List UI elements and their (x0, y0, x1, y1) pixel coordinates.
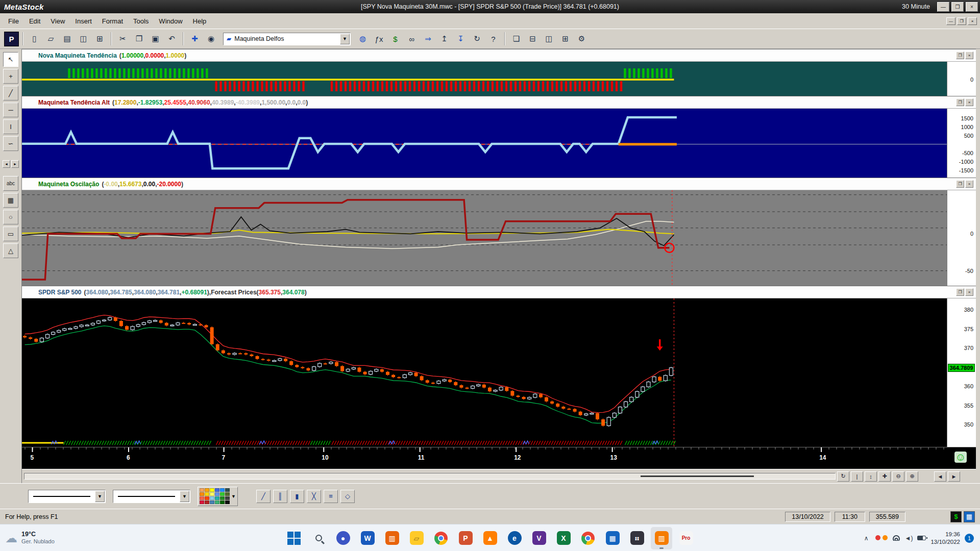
palette-color[interactable] (215, 488, 219, 492)
panel-close-button[interactable]: × (965, 288, 973, 296)
visual-studio-icon[interactable]: V (528, 527, 550, 549)
explorer-button[interactable]: ∞ (404, 32, 419, 46)
zoom-in-button[interactable]: ⊕ (906, 471, 918, 482)
options-button[interactable]: ⚙ (574, 32, 589, 46)
palette-color[interactable] (220, 496, 225, 500)
horizontal-style-button[interactable]: ≡ (324, 490, 338, 503)
palette-color[interactable] (210, 488, 214, 492)
panel-header[interactable]: Nova Maquineta Tendência (1.00000, 0.000… (22, 49, 976, 62)
title-bar[interactable]: MetaStock [SPY Nova Maquineta 30M.mwc - … (0, 0, 980, 13)
metastock-pro-icon[interactable]: Pro (675, 527, 697, 549)
chevron-down-icon[interactable]: ▼ (340, 34, 350, 44)
dollar-status-icon[interactable]: $ (950, 511, 962, 522)
start-button[interactable] (283, 527, 305, 549)
power-console-button[interactable]: P (4, 32, 19, 46)
panel-header[interactable]: Maquineta Tendência Alt (17.2800, -1.829… (22, 96, 976, 109)
context-help-button[interactable]: ? (486, 32, 501, 46)
tile-vertical-button[interactable]: ◫ (542, 32, 556, 46)
scroll-right-button[interactable]: ► (948, 471, 960, 482)
chevron-down-icon[interactable]: ▼ (180, 491, 189, 502)
palette-color[interactable] (220, 500, 225, 504)
tools-next-button[interactable]: ► (11, 160, 19, 168)
minimize-button[interactable]: — (937, 2, 949, 12)
refresh-chart-button[interactable]: ↻ (470, 32, 484, 46)
paste-button[interactable]: ▣ (148, 32, 163, 46)
print-preview-button[interactable]: ◫ (76, 32, 91, 46)
data-on-demand-button[interactable]: ◍ (355, 32, 370, 46)
weather-widget[interactable]: ☁ 19°C Ger. Nublado (5, 531, 122, 545)
scroll-left-button[interactable]: ◄ (934, 471, 946, 482)
menu-edit[interactable]: Edit (24, 16, 45, 27)
palette-color[interactable] (205, 496, 209, 500)
horizontal-scrollbar[interactable] (24, 473, 836, 480)
chrome-icon[interactable] (430, 527, 452, 549)
chevron-down-icon[interactable]: ▼ (95, 491, 105, 502)
child-close-button[interactable]: × (968, 17, 977, 25)
palette-color[interactable] (200, 496, 204, 500)
rectangle-tool[interactable]: ▭ (3, 227, 18, 241)
wifi-icon[interactable] (892, 535, 900, 541)
palette-color[interactable] (225, 492, 230, 496)
notification-badge[interactable]: 1 (965, 534, 974, 543)
cut-button[interactable]: ✂ (115, 32, 130, 46)
menu-format[interactable]: Format (97, 16, 128, 27)
menu-file[interactable]: File (3, 16, 24, 27)
crosshair-tool[interactable]: + (3, 69, 18, 84)
close-button[interactable]: × (966, 2, 978, 12)
maximize-button[interactable]: ❐ (951, 2, 964, 12)
child-restore-button[interactable]: ❐ (957, 17, 966, 25)
palette-color[interactable] (225, 500, 230, 504)
panel-restore-button[interactable]: ❐ (956, 288, 964, 296)
trendline-tool[interactable]: ╱ (3, 86, 18, 101)
panel-restore-button[interactable]: ❐ (956, 98, 964, 106)
trend-histogram-plot[interactable] (22, 62, 947, 96)
menu-help[interactable]: Help (188, 16, 212, 27)
excel-icon[interactable]: X (553, 527, 574, 549)
panel-restore-button[interactable]: ❐ (956, 52, 964, 59)
palette-color[interactable] (210, 500, 214, 504)
indicator-builder-button[interactable]: ƒx (372, 32, 386, 46)
palette-color[interactable] (225, 496, 230, 500)
volume-icon[interactable]: ◄) (905, 535, 913, 542)
stocks-app-icon[interactable]: ▦ (602, 527, 623, 549)
print-button[interactable]: ▤ (60, 32, 75, 46)
menu-tools[interactable]: Tools (128, 16, 154, 27)
explorer-icon[interactable]: ▱ (406, 527, 427, 549)
ellipse-tool[interactable]: ○ (3, 210, 18, 224)
copy-button[interactable]: ❐ (132, 32, 146, 46)
trend-alt-plot[interactable] (22, 109, 947, 178)
grid-tool[interactable]: ▦ (3, 193, 18, 208)
search-button[interactable] (308, 527, 329, 549)
undo-button[interactable]: ↶ (164, 32, 179, 46)
expert-advisor-button[interactable]: ⇒ (421, 32, 435, 46)
palette-color[interactable] (215, 496, 219, 500)
line-style-combo[interactable]: ▼ (28, 490, 106, 503)
panel-close-button[interactable]: × (965, 98, 973, 106)
panel-header[interactable]: SPDR S&P 500 (364.080, 364.785, 364.080,… (22, 286, 976, 298)
open-button[interactable]: ▱ (43, 32, 58, 46)
palette-color[interactable] (210, 496, 214, 500)
browser-icon[interactable] (577, 527, 599, 549)
edge-icon[interactable]: e (504, 527, 525, 549)
move-tool-button[interactable]: ✚ (187, 32, 202, 46)
system-tester-button[interactable]: $ (388, 32, 403, 46)
palette-color[interactable] (220, 492, 225, 496)
separator-button[interactable]: | (851, 471, 863, 482)
word-icon[interactable]: W (357, 527, 378, 549)
palette-color[interactable] (220, 488, 225, 492)
zoom-tool-button[interactable]: ◉ (204, 32, 218, 46)
tile-grid-button[interactable]: ⊞ (558, 32, 573, 46)
palette-color[interactable] (205, 492, 209, 496)
panel-header[interactable]: Maquineta Oscilação ( -0.00, 15.6673, 0.… (22, 178, 976, 190)
template-combo[interactable]: ▰Maquineta Delfos▼ (223, 33, 351, 45)
taskbar-clock[interactable]: 19:36 13/10/2022 (930, 531, 960, 546)
tray-sync-icon[interactable] (883, 535, 888, 540)
color-palette-button[interactable]: ▼ (198, 487, 238, 506)
curve-tool[interactable]: ∽ (3, 136, 18, 151)
line-style-button[interactable]: ╱ (256, 490, 271, 503)
candle-style-button[interactable]: ▮ (290, 490, 304, 503)
price-plot[interactable] (22, 298, 947, 447)
downloader-button[interactable]: ↧ (453, 32, 468, 46)
panel-restore-button[interactable]: ❐ (956, 180, 964, 188)
pf-style-button[interactable]: ╳ (307, 490, 321, 503)
